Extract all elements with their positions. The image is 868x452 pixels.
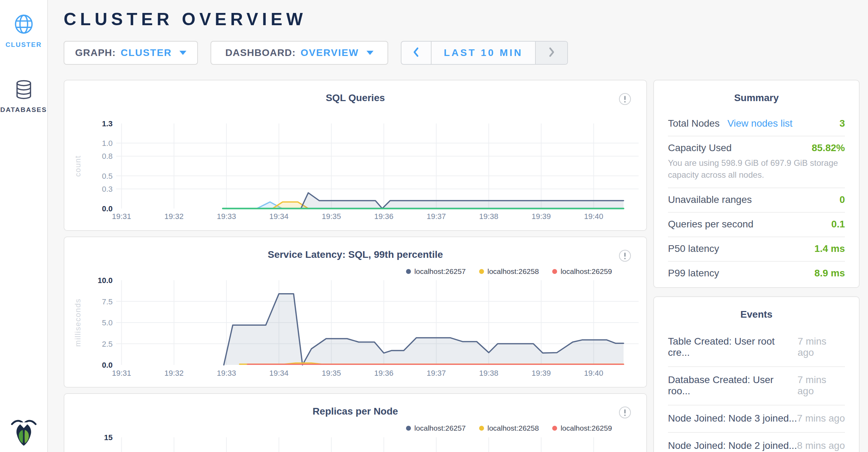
chevron-right-icon bbox=[548, 47, 555, 59]
y-tick-label: 0.3 bbox=[102, 185, 113, 193]
info-icon[interactable] bbox=[619, 93, 631, 105]
capacity-note: You are using 598.9 GiB of 697.9 GiB sto… bbox=[668, 157, 845, 181]
y-tick-label: 10.0 bbox=[98, 276, 113, 285]
info-icon[interactable] bbox=[619, 250, 631, 262]
legend-dot-icon bbox=[479, 426, 484, 431]
y-tick-label: 1.0 bbox=[102, 139, 113, 148]
summary-row-value: 0.1 bbox=[831, 219, 845, 230]
summary-rows: Total NodesView nodes list3Capacity Used… bbox=[668, 112, 845, 285]
legend-dot-icon bbox=[552, 426, 557, 431]
time-range-prev-button[interactable] bbox=[401, 42, 432, 64]
legend-entry[interactable]: localhost:26257 bbox=[406, 424, 466, 432]
summary-row: Unavailable ranges0 bbox=[668, 188, 845, 213]
dashboard-dropdown-value: OVERVIEW bbox=[300, 47, 358, 58]
summary-row-value: 8.9 ms bbox=[814, 268, 845, 279]
x-tick-label: 19:37 bbox=[427, 212, 446, 221]
time-range-value[interactable]: LAST 10 MIN bbox=[432, 42, 535, 64]
caret-down-icon bbox=[179, 51, 186, 55]
view-nodes-list-link[interactable]: View nodes list bbox=[727, 118, 792, 129]
cockroach-logo bbox=[10, 418, 37, 447]
legend-dot-icon bbox=[406, 269, 411, 274]
summary-row-value: 0 bbox=[839, 194, 845, 205]
graph-dropdown[interactable]: GRAPH: CLUSTER bbox=[64, 41, 198, 65]
legend-label: localhost:26259 bbox=[561, 424, 612, 432]
x-tick-label: 19:39 bbox=[532, 212, 551, 221]
event-text: Table Created: User root cre... bbox=[668, 336, 798, 358]
summary-row-label: Total Nodes bbox=[668, 118, 720, 129]
legend-label: localhost:26258 bbox=[488, 424, 539, 432]
summary-row-value: 1.4 ms bbox=[814, 243, 845, 254]
legend-entry[interactable]: localhost:26258 bbox=[479, 424, 539, 432]
event-row[interactable]: Node Joined: Node 3 joined...7 mins ago bbox=[668, 405, 845, 433]
legend-label: localhost:26257 bbox=[414, 267, 466, 276]
replicas-per-node-plot: 151050 bbox=[64, 394, 646, 452]
x-tick-label: 19:33 bbox=[217, 369, 236, 377]
summary-row-label: Capacity Used bbox=[668, 142, 732, 154]
summary-row-label: P50 latency bbox=[668, 243, 719, 254]
y-tick-label: 1.3 bbox=[102, 119, 113, 128]
time-range-next-button[interactable] bbox=[535, 42, 567, 64]
sidebar-item-label: CLUSTER bbox=[0, 41, 47, 49]
info-icon[interactable] bbox=[619, 407, 631, 418]
event-time: 8 mins ago bbox=[797, 440, 845, 451]
summary-row: P50 latency1.4 ms bbox=[668, 237, 845, 262]
x-tick-label: 19:31 bbox=[112, 212, 131, 221]
sql-queries-chart-card: 0.00.30.50.81.01.319:3119:3219:3319:3419… bbox=[64, 80, 647, 231]
summary-row: P99 latency8.9 ms bbox=[668, 262, 845, 285]
legend-entry[interactable]: localhost:26259 bbox=[552, 267, 612, 276]
legend-entry[interactable]: localhost:26257 bbox=[406, 267, 466, 276]
event-text: Node Joined: Node 3 joined... bbox=[668, 413, 797, 424]
y-tick-label: 0.0 bbox=[102, 204, 113, 213]
x-tick-label: 19:39 bbox=[532, 369, 551, 377]
summary-row-label: Queries per second bbox=[668, 219, 753, 230]
x-tick-label: 19:35 bbox=[322, 369, 341, 377]
x-tick-label: 19:38 bbox=[479, 369, 498, 377]
legend-dot-icon bbox=[406, 426, 411, 431]
localhost:26257-area bbox=[224, 294, 624, 365]
y-tick-label: 2.5 bbox=[102, 340, 113, 348]
legend-label: localhost:26257 bbox=[414, 424, 466, 432]
x-tick-label: 19:36 bbox=[374, 212, 393, 221]
cluster-overview-page: { "header": { "title": "CLUSTER OVERVIEW… bbox=[0, 0, 868, 452]
events-title: Events bbox=[654, 309, 859, 320]
event-text: Database Created: User roo... bbox=[668, 374, 797, 397]
event-row[interactable]: Node Joined: Node 2 joined...8 mins ago bbox=[668, 433, 845, 452]
summary-title: Summary bbox=[654, 92, 859, 104]
graph-dropdown-label: GRAPH: bbox=[75, 47, 116, 58]
y-tick-label: 0.8 bbox=[102, 152, 113, 161]
dashboard-controls: GRAPH: CLUSTER DASHBOARD: OVERVIEW LAST … bbox=[64, 41, 568, 65]
x-tick-label: 19:34 bbox=[269, 212, 289, 221]
chart-title: Service Latency: SQL, 99th percentile bbox=[64, 249, 646, 260]
legend-entry[interactable]: localhost:26259 bbox=[552, 424, 612, 432]
summary-row-value: 85.82% bbox=[812, 142, 845, 154]
legend-label: localhost:26259 bbox=[561, 267, 612, 276]
globe-icon bbox=[0, 13, 47, 36]
time-range-selector: LAST 10 MIN bbox=[401, 41, 568, 65]
x-tick-label: 19:33 bbox=[217, 212, 236, 221]
graph-dropdown-value: CLUSTER bbox=[121, 47, 172, 58]
database-icon bbox=[0, 79, 47, 101]
event-text: Node Joined: Node 2 joined... bbox=[668, 440, 797, 451]
legend-entry[interactable]: localhost:26258 bbox=[479, 267, 539, 276]
y-axis-label: milliseconds bbox=[73, 298, 82, 347]
chart-legend: localhost:26257localhost:26258localhost:… bbox=[406, 267, 612, 276]
dashboard-dropdown[interactable]: DASHBOARD: OVERVIEW bbox=[211, 41, 388, 65]
summary-row-label: P99 latency bbox=[668, 268, 719, 279]
sidebar-item-cluster[interactable]: CLUSTER bbox=[0, 13, 47, 49]
chart-title: Replicas per Node bbox=[64, 406, 646, 417]
y-tick-label: 15 bbox=[104, 433, 113, 442]
event-time: 7 mins ago bbox=[797, 374, 845, 397]
y-tick-label: 7.5 bbox=[102, 297, 113, 306]
page-title: CLUSTER OVERVIEW bbox=[64, 9, 307, 29]
events-rows: Table Created: User root cre...7 mins ag… bbox=[668, 329, 845, 452]
x-tick-label: 19:40 bbox=[584, 369, 603, 377]
sidebar-item-databases[interactable]: DATABASES bbox=[0, 79, 47, 114]
legend-dot-icon bbox=[479, 269, 484, 274]
event-row[interactable]: Table Created: User root cre...7 mins ag… bbox=[668, 329, 845, 367]
y-axis-label: count bbox=[73, 155, 82, 177]
event-time: 7 mins ago bbox=[797, 413, 845, 424]
event-row[interactable]: Database Created: User roo...7 mins ago bbox=[668, 367, 845, 405]
x-tick-label: 19:31 bbox=[112, 369, 131, 377]
chevron-left-icon bbox=[412, 47, 420, 59]
x-tick-label: 19:32 bbox=[164, 369, 184, 377]
